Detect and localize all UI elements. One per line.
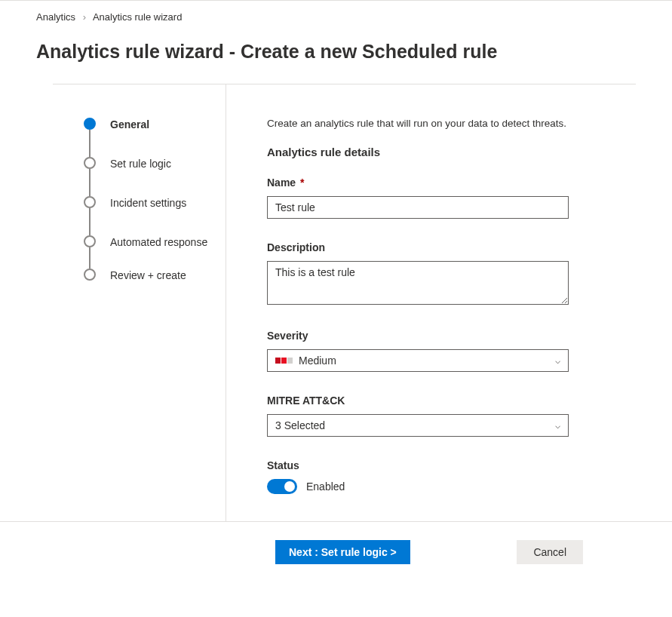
name-input[interactable] (267, 196, 569, 219)
wizard-stepper: General Set rule logic Incident settings… (53, 84, 226, 521)
breadcrumb: Analytics › Analytics rule wizard (0, 1, 672, 23)
severity-label: Severity (267, 330, 588, 342)
step-label: Set rule logic (110, 157, 171, 170)
toggle-knob-icon (284, 481, 295, 492)
step-review-create[interactable]: Review + create (83, 269, 226, 282)
next-button[interactable]: Next : Set rule logic > (275, 540, 410, 564)
wizard-footer: Next : Set rule logic > Cancel (0, 522, 672, 606)
description-input[interactable] (267, 261, 569, 305)
step-general[interactable]: General (83, 118, 226, 157)
mitre-value: 3 Selected (275, 419, 325, 431)
step-dot-icon (84, 196, 96, 208)
step-automated-response[interactable]: Automated response (83, 235, 226, 269)
cancel-button[interactable]: Cancel (517, 540, 583, 564)
step-label: Review + create (110, 269, 186, 282)
required-icon: * (297, 177, 304, 189)
name-label: Name * (267, 177, 588, 189)
status-toggle[interactable] (267, 479, 297, 494)
status-label: Status (267, 459, 588, 471)
form-general: Create an analytics rule that will run o… (226, 84, 588, 521)
description-label: Description (267, 241, 588, 253)
breadcrumb-current[interactable]: Analytics rule wizard (93, 11, 183, 23)
breadcrumb-root[interactable]: Analytics (36, 11, 75, 23)
mitre-label: MITRE ATT&CK (267, 394, 588, 407)
chevron-down-icon: ⌵ (555, 420, 560, 431)
form-section-title: Analytics rule details (267, 146, 588, 158)
step-label: General (110, 118, 149, 131)
severity-bars-icon (275, 358, 293, 364)
severity-select[interactable]: Medium ⌵ (267, 349, 569, 372)
form-intro: Create an analytics rule that will run o… (267, 118, 588, 129)
step-label: Incident settings (110, 196, 186, 210)
step-dot-icon (84, 269, 96, 281)
status-value: Enabled (306, 480, 345, 493)
severity-value: Medium (299, 355, 336, 367)
step-incident-settings[interactable]: Incident settings (83, 196, 226, 235)
step-set-rule-logic[interactable]: Set rule logic (83, 157, 226, 196)
step-dot-active-icon (84, 118, 96, 130)
mitre-select[interactable]: 3 Selected ⌵ (267, 414, 569, 437)
chevron-down-icon: ⌵ (555, 355, 560, 366)
step-dot-icon (84, 157, 96, 169)
step-label: Automated response (110, 235, 207, 249)
step-dot-icon (84, 235, 96, 247)
page-title: Analytics rule wizard - Create a new Sch… (0, 23, 672, 84)
chevron-right-icon: › (83, 11, 86, 23)
